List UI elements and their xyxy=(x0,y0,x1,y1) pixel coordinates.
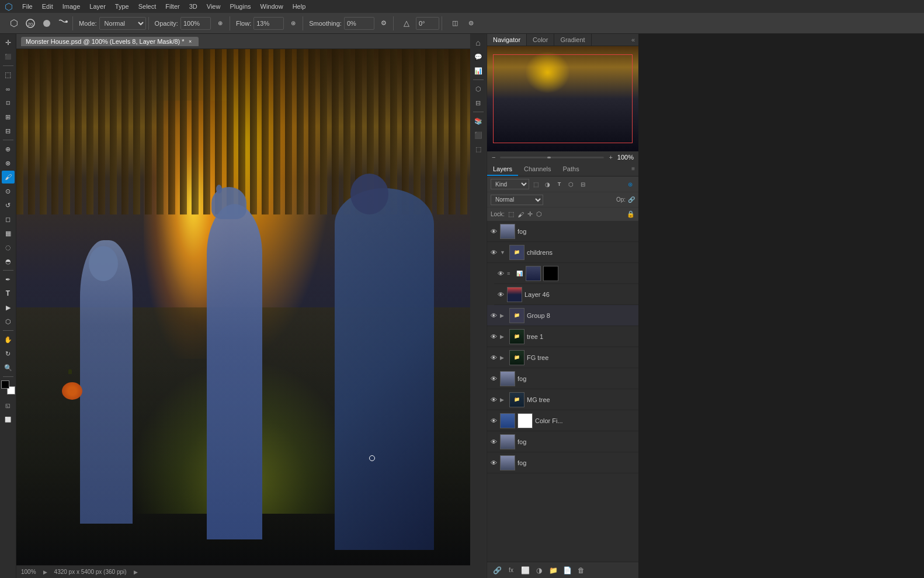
properties-icon[interactable]: ⊟ xyxy=(472,96,485,109)
layer-item[interactable]: 👁 Layer 46 xyxy=(494,284,638,305)
layer-item[interactable]: 👁 ▶ 📁 MG tree xyxy=(487,389,638,410)
canvas-container[interactable] xyxy=(16,49,470,565)
menu-layer[interactable]: Layer xyxy=(89,3,106,10)
navigator-icon[interactable]: ⬡ xyxy=(472,82,485,95)
object-select-tool[interactable]: ⊡ xyxy=(2,96,15,109)
filter-active-icon[interactable]: ⊛ xyxy=(626,179,635,189)
menu-filter[interactable]: Filter xyxy=(165,3,179,10)
layer-item[interactable]: 👁 ▶ 📁 FG tree xyxy=(487,347,638,368)
layer-styles-btn[interactable]: fx xyxy=(506,565,516,576)
rotate-view-tool[interactable]: ↻ xyxy=(2,347,15,360)
menu-image[interactable]: Image xyxy=(62,3,81,10)
eraser-tool[interactable]: ◻ xyxy=(2,213,15,226)
menu-3d[interactable]: 3D xyxy=(189,3,197,10)
quick-mask-btn[interactable]: ◱ xyxy=(2,399,15,412)
pressure-icon[interactable]: ◫ xyxy=(448,16,462,30)
hand-tool[interactable]: ✋ xyxy=(2,333,15,346)
zoom-tool[interactable]: 🔍 xyxy=(2,361,15,374)
path-select-tool[interactable]: ▶ xyxy=(2,301,15,314)
tab-gradient[interactable]: Gradient xyxy=(554,34,591,46)
menu-plugins[interactable]: Plugins xyxy=(230,3,251,10)
zoom-minus-icon[interactable]: − xyxy=(492,154,495,161)
eyedropper-tool[interactable]: ⊕ xyxy=(2,143,15,155)
lock-artboard-icon[interactable]: ⬡ xyxy=(536,210,542,218)
layer-visibility-eye[interactable]: 👁 xyxy=(489,227,498,236)
hardness-icon[interactable] xyxy=(40,16,54,30)
spot-heal-tool[interactable]: ⊗ xyxy=(2,157,15,169)
brush-size-icon[interactable]: 20 xyxy=(23,16,37,30)
document-tab[interactable]: Monster House.psd @ 100% (Levels 8, Laye… xyxy=(21,37,199,46)
marquee-tool[interactable]: ⬚ xyxy=(2,68,15,81)
brush-tool-icon[interactable]: ⬡ xyxy=(7,16,21,30)
layer-visibility-eye[interactable]: 👁 xyxy=(489,354,498,362)
layer-visibility-eye[interactable]: 👁 xyxy=(489,312,498,320)
layer-expand-arrow[interactable]: ▶ xyxy=(500,313,507,319)
tab-layers[interactable]: Layers xyxy=(487,163,518,176)
tab-navigator[interactable]: Navigator xyxy=(487,34,527,46)
flow-icon[interactable]: ⊛ xyxy=(286,16,300,30)
delete-layer-btn[interactable]: 🗑 xyxy=(576,565,586,576)
layer-item[interactable]: 👁 ▶ 📁 Group 8 xyxy=(487,305,638,326)
panel-menu-icon[interactable]: ≡ xyxy=(628,163,638,176)
layer-visibility-eye[interactable]: 👁 xyxy=(489,396,498,404)
collapse-panel-icon[interactable]: « xyxy=(628,34,638,46)
smartobj-filter-icon[interactable]: ⊟ xyxy=(578,179,588,189)
opacity-input[interactable] xyxy=(180,17,211,30)
lock-all-icon[interactable]: 🔒 xyxy=(627,210,635,218)
layer-mask-thumbnail[interactable] xyxy=(517,413,533,428)
layer-visibility-eye[interactable]: 👁 xyxy=(489,438,498,446)
layers-icon[interactable]: ⬛ xyxy=(472,129,485,141)
new-layer-btn[interactable]: 📄 xyxy=(562,565,572,576)
menu-view[interactable]: View xyxy=(207,3,221,10)
pen-tool[interactable]: ✒ xyxy=(2,273,15,286)
layer-item[interactable]: 👁 fog xyxy=(487,431,638,452)
blend-mode-select[interactable]: Normal xyxy=(491,195,543,205)
layer-item[interactable]: 👁 ▼ 📁 childrens xyxy=(487,242,638,263)
menu-edit[interactable]: Edit xyxy=(42,3,53,10)
adjustment-filter-icon[interactable]: ◑ xyxy=(543,179,553,189)
layer-visibility-eye[interactable]: 👁 xyxy=(496,269,505,278)
close-tab-icon[interactable]: × xyxy=(187,38,194,45)
layer-expand-arrow[interactable]: ▼ xyxy=(500,250,507,255)
crop-tool[interactable]: ⊞ xyxy=(2,110,15,123)
screen-mode-btn[interactable]: ⬜ xyxy=(2,413,15,426)
new-fill-btn[interactable]: ◑ xyxy=(534,565,544,576)
menu-select[interactable]: Select xyxy=(138,3,157,10)
foreground-swatch[interactable] xyxy=(1,380,9,389)
pixel-filter-icon[interactable]: ⬚ xyxy=(532,179,541,189)
clone-stamp-tool[interactable]: ⊙ xyxy=(2,185,15,198)
opacity-toggle-icon[interactable]: ⊕ xyxy=(213,16,227,30)
opacity-link-icon[interactable]: 🔗 xyxy=(628,196,635,203)
move-tool[interactable]: ✛ xyxy=(2,36,15,49)
menu-help[interactable]: Help xyxy=(293,3,306,10)
brush-tool[interactable]: 🖌 xyxy=(2,171,15,184)
nav-thumbnail[interactable] xyxy=(487,46,638,151)
layer-kind-select[interactable]: Kind xyxy=(491,179,529,189)
gradient-tool[interactable]: ▦ xyxy=(2,227,15,240)
flow-input[interactable] xyxy=(253,17,284,30)
blur-tool[interactable]: ◌ xyxy=(2,241,15,254)
lock-image-icon[interactable]: 🖌 xyxy=(517,211,524,218)
layer-expand-arrow[interactable]: ▶ xyxy=(500,334,507,340)
channels-icon[interactable]: ⬚ xyxy=(472,143,485,155)
layer-visibility-eye[interactable]: 👁 xyxy=(496,290,505,299)
add-mask-btn[interactable]: ⬜ xyxy=(520,565,530,576)
layer-item[interactable]: 👁 Color Fi... xyxy=(487,410,638,431)
angle-input[interactable] xyxy=(416,17,439,30)
shape-filter-icon[interactable]: ⬡ xyxy=(567,179,576,189)
layer-item[interactable]: 👁 fog xyxy=(487,368,638,389)
layer-visibility-eye[interactable]: 👁 xyxy=(489,459,498,467)
layer-item[interactable]: 👁 ▶ 📁 tree 1 xyxy=(487,326,638,347)
menu-type[interactable]: Type xyxy=(115,3,129,10)
type-filter-icon[interactable]: T xyxy=(555,179,564,189)
history-brush-tool[interactable]: ↺ xyxy=(2,199,15,212)
charts-icon[interactable]: 📊 xyxy=(472,64,485,77)
lock-transparency-icon[interactable]: ⬚ xyxy=(508,210,514,218)
layer-item[interactable]: 👁 fog xyxy=(487,221,638,242)
layer-item[interactable]: 👁 fog xyxy=(487,452,638,473)
status-arrow[interactable]: ▶ xyxy=(43,569,47,575)
canvas-image[interactable] xyxy=(16,49,470,565)
layer-expand-arrow[interactable]: ▶ xyxy=(500,397,507,403)
layer-visibility-eye[interactable]: 👁 xyxy=(489,248,498,257)
layer-visibility-eye[interactable]: 👁 xyxy=(489,417,498,425)
